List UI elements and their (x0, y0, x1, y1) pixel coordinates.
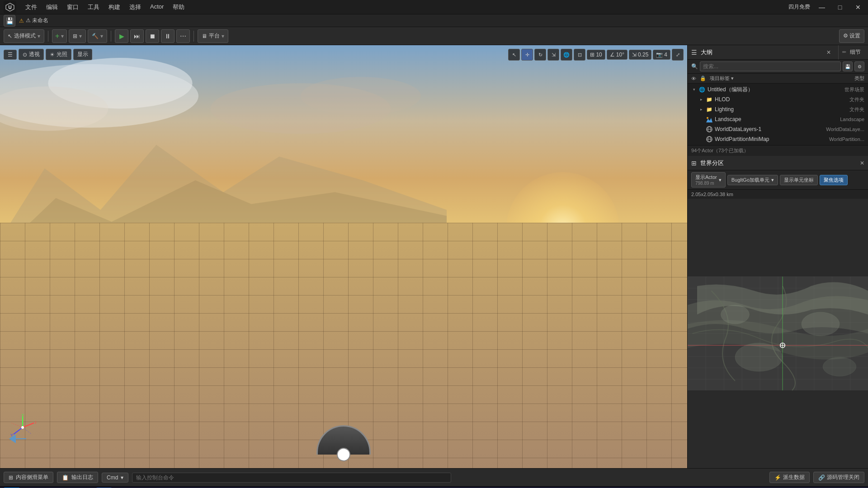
menu-window[interactable]: 窗口 (63, 1, 82, 13)
spawn-data-button[interactable]: ⚡ 派生数据 (769, 472, 810, 483)
surface-snapping-button[interactable]: ⊡ (574, 49, 585, 61)
content-browser-button[interactable]: ⊞ 内容侧滑菜单 (4, 472, 53, 483)
expand-lighting[interactable]: ▸ (698, 107, 704, 112)
focus-options-button[interactable]: 聚焦选项 (820, 175, 848, 185)
console-input[interactable] (132, 473, 451, 483)
lighting-label: Lighting (715, 106, 828, 113)
source-control-button[interactable]: 🔗 源码管理关闭 (813, 472, 864, 483)
scale-tool-button[interactable]: ⇲ (547, 49, 559, 61)
outliner-filters: 👁 🔒 项目标签 ▾ 类型 (688, 74, 868, 84)
menu-actor[interactable]: Actor (146, 1, 167, 13)
viewport-menu-button[interactable]: ☰ (4, 50, 17, 60)
select-tool-button[interactable]: ↖ (508, 49, 520, 61)
save-icon[interactable]: 💾 (4, 15, 15, 27)
speed-dial-widget[interactable] (316, 418, 371, 455)
menu-help[interactable]: 帮助 (169, 1, 188, 13)
world-partition-map[interactable] (688, 199, 868, 468)
toolbar-separator-1 (48, 31, 48, 42)
expand-world[interactable]: ▾ (691, 87, 697, 92)
camera-speed-button[interactable]: 📷 4 (653, 50, 670, 60)
close-button[interactable]: ✕ (852, 1, 864, 14)
expand-hlod[interactable]: ▸ (698, 97, 704, 102)
dial-knob (337, 448, 350, 461)
grid-snap-button[interactable]: ⊞ 10 (587, 50, 605, 60)
svg-point-35 (735, 343, 783, 371)
menu-build[interactable]: 构建 (105, 1, 124, 13)
minimize-button[interactable]: — (816, 1, 828, 14)
more-options-button[interactable]: ⋯ (176, 29, 190, 43)
angle-snap-button[interactable]: ∠ 10° (607, 50, 627, 60)
lighting-type: 文件夹 (828, 106, 864, 113)
tree-item-landscape[interactable]: Landscape Landscape (688, 114, 868, 124)
minimap-canvas (688, 199, 868, 468)
hlod-label: HLOD (715, 96, 828, 103)
menu-edit[interactable]: 编辑 (42, 1, 61, 13)
folder-hlod-icon: 📁 (706, 96, 713, 103)
main-content: ☰ ⊙ 透视 ☀ 光照 显示 ↖ ✛ ↻ ⇲ 🌐 ⊡ ⊞ 10 ∠ (0, 45, 868, 468)
snap-button[interactable]: ⊞ ▾ (69, 29, 86, 43)
menu-file[interactable]: 文件 (22, 1, 41, 13)
world-icon: 🌐 (698, 86, 706, 93)
save-filter-button[interactable]: 💾 (843, 61, 853, 71)
bottom-right-buttons: ⚡ 派生数据 🔗 源码管理关闭 (769, 472, 864, 483)
landscape-type: Landscape (828, 117, 864, 122)
maximize-viewport-button[interactable]: ⤢ (672, 49, 684, 61)
actor-count: 94个Actor（73个已加载） (688, 145, 868, 156)
title-bar: U 文件 编辑 窗口 工具 构建 选择 Actor 帮助 四月免费 — □ ✕ (0, 0, 868, 14)
rotate-tool-button[interactable]: ↻ (534, 49, 546, 61)
settings-button[interactable]: ⚙ 设置 (839, 29, 864, 43)
filter-settings-button[interactable]: ⚙ (854, 61, 864, 71)
bugitgo-button[interactable]: BugItGo加载单元 ▾ (727, 175, 778, 185)
lighting-button[interactable]: ☀ 光照 (46, 49, 71, 60)
search-input[interactable] (700, 61, 841, 71)
svg-line-9 (11, 423, 23, 427)
build-button[interactable]: 🔨 ▾ (88, 29, 107, 43)
lock-toggle[interactable]: 🔒 (700, 75, 706, 81)
outliner-tree: ▾ 🌐 Untitled（编辑器） 世界场景 ▸ 📁 HLOD 文件夹 ▸ 📁 … (688, 84, 868, 145)
show-actor-button[interactable]: 显示Actor 798.89 m ▾ (691, 172, 726, 188)
tree-item-minimap[interactable]: WorldPartitionMiniMap WorldPartition... (688, 134, 868, 144)
show-unit-button[interactable]: 显示单元坐标 (780, 175, 818, 185)
show-button[interactable]: 显示 (73, 49, 92, 60)
world-partition-close-button[interactable]: ✕ (860, 160, 864, 166)
tree-item-worlddata[interactable]: WorldDataLayers-1 WorldDataLaye... (688, 124, 868, 134)
menu-select[interactable]: 选择 (126, 1, 145, 13)
stop-button[interactable]: ⏹ (146, 29, 159, 43)
select-mode-button[interactable]: ↖ 选择模式 ▾ (4, 29, 44, 43)
svg-line-12 (14, 427, 23, 434)
scale-snap-button[interactable]: ⇲ 0.25 (629, 50, 651, 60)
viewport-toolbar-right: ↖ ✛ ↻ ⇲ 🌐 ⊡ ⊞ 10 ∠ 10° ⇲ 0.25 📷 4 ⤢ (508, 49, 684, 61)
add-actor-button[interactable]: + ▾ (52, 29, 67, 43)
cmd-dropdown-button[interactable]: Cmd ▾ (102, 473, 128, 483)
tree-item-hlod[interactable]: ▸ 📁 HLOD 文件夹 (688, 94, 868, 104)
svg-line-14 (23, 427, 32, 434)
output-log-button[interactable]: 📋 输出日志 (57, 472, 98, 483)
search-icon: 🔍 (691, 63, 698, 70)
tree-item-lighting[interactable]: ▸ 📁 Lighting 文件夹 (688, 104, 868, 114)
taskbar: ⊞ 📁 e 📍 W 📝 💬 👤 U ∧ 💬 ⌨ 中 🌐 📶 8:29 2022/… (0, 486, 868, 488)
tree-item-world[interactable]: ▾ 🌐 Untitled（编辑器） 世界场景 (688, 84, 868, 94)
promo-text: 四月免费 (788, 3, 810, 11)
toolbar-separator-2 (111, 31, 111, 42)
detail-panel-header: ✏ 细节 (838, 45, 864, 60)
eye-toggle[interactable]: 👁 (691, 76, 696, 81)
pause-button[interactable]: ⏸ (161, 29, 175, 43)
maximize-button[interactable]: □ (834, 1, 846, 14)
platform-button[interactable]: 🖥 平台 ▾ (198, 29, 228, 43)
world-label: Untitled（编辑器） (708, 86, 828, 94)
menu-tools[interactable]: 工具 (84, 1, 103, 13)
viewport-toolbar-left: ☰ ⊙ 透视 ☀ 光照 显示 (4, 49, 92, 60)
world-partition-panel: ⊞ 世界分区 ✕ 显示Actor 798.89 m ▾ BugItGo加载单元 … (688, 156, 868, 468)
viewport[interactable]: ☰ ⊙ 透视 ☀ 光照 显示 ↖ ✛ ↻ ⇲ 🌐 ⊡ ⊞ 10 ∠ (0, 45, 687, 468)
translate-tool-button[interactable]: ✛ (521, 49, 533, 61)
minimap-label: WorldPartitionMiniMap (715, 136, 828, 142)
svg-line-7 (23, 423, 34, 427)
play-button[interactable]: ▶ (115, 29, 128, 43)
worlddata-icon (706, 126, 713, 133)
ue-logo: U (4, 1, 16, 14)
skip-button[interactable]: ⏭ (130, 29, 144, 43)
filter-tags-button[interactable]: 项目标签 ▾ (710, 75, 734, 82)
perspective-button[interactable]: ⊙ 透视 (19, 49, 44, 60)
local-global-button[interactable]: 🌐 (561, 49, 572, 61)
outliner-close-button[interactable]: ✕ (826, 49, 831, 56)
